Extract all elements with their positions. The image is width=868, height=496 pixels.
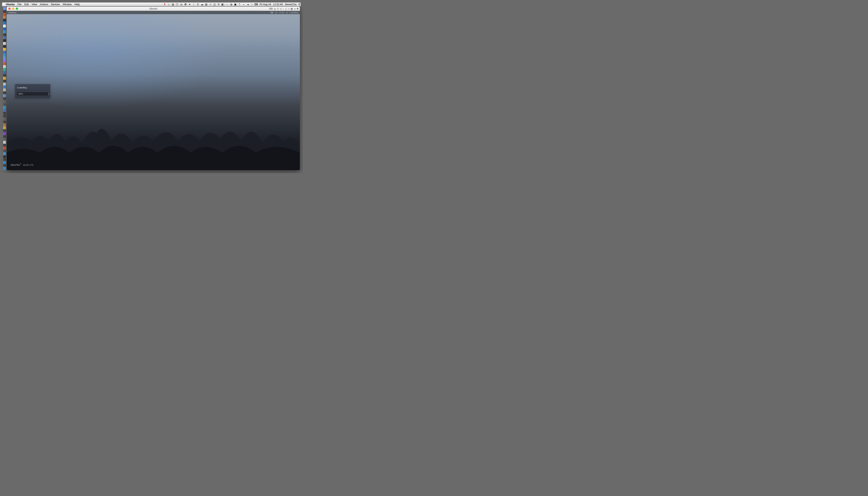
display-icon[interactable]: ⌑ [209, 3, 212, 6]
dock-app-17[interactable] [3, 57, 6, 59]
volume-indicator-icon[interactable]: 🔊 [275, 12, 277, 14]
signal-icon[interactable]: ⇡ [238, 3, 241, 6]
minimize-window-button[interactable] [12, 7, 14, 10]
dock-app-49[interactable] [3, 150, 6, 152]
monitor-icon[interactable]: ☐ [176, 3, 179, 6]
dock-app-43[interactable] [3, 132, 6, 135]
dock-app-48[interactable] [3, 147, 6, 150]
dropdown-icon[interactable]: ▾ [188, 3, 191, 6]
display-icon[interactable]: ⌑ [288, 7, 289, 10]
dock-app-28[interactable] [3, 89, 6, 91]
menubar-date[interactable]: Fri Aug 24 [260, 3, 271, 6]
cloud-icon[interactable]: ☁ [201, 3, 204, 6]
password-input[interactable] [17, 93, 48, 95]
dock-app-31[interactable] [3, 97, 6, 100]
ring-icon[interactable]: ◍ [230, 3, 233, 6]
ubuntu-session-user[interactable]: CoderBoy [289, 12, 299, 14]
dock-app-46[interactable] [3, 141, 6, 144]
menu-view[interactable]: View [32, 3, 37, 6]
globe-icon[interactable]: ☼ [167, 3, 170, 6]
battery-icon[interactable]: ▮▯ [222, 3, 224, 6]
chat-icon[interactable]: ▣ [234, 3, 237, 6]
menubar-user[interactable]: SevenCho [285, 3, 296, 6]
dock-app-2[interactable] [3, 13, 6, 16]
dock-app-52[interactable] [3, 158, 6, 161]
spotlight-icon[interactable]: ⚲ [217, 3, 220, 6]
gear-indicator-icon[interactable]: ⚙ [286, 12, 288, 14]
dock-app-25[interactable] [3, 80, 6, 82]
dock-app-41[interactable] [3, 126, 6, 129]
wifi-icon[interactable]: ⌔ [251, 3, 254, 6]
window-icon[interactable]: ◫ [213, 3, 216, 6]
dock-app-39[interactable] [3, 121, 6, 123]
dock-app-30[interactable] [3, 94, 6, 97]
login-submit-arrow-icon[interactable]: › [48, 92, 49, 95]
menu-file[interactable]: File [17, 3, 21, 6]
dock-app-36[interactable] [3, 112, 6, 115]
dock-app-9[interactable] [3, 33, 6, 36]
menu-actions[interactable]: Actions [40, 3, 48, 6]
menu-window[interactable]: Window [63, 3, 72, 6]
dock-app-14[interactable] [3, 48, 6, 51]
dock-app-40[interactable] [3, 123, 6, 126]
screenshot-icon[interactable]: ⎚ [280, 7, 282, 10]
dock-app-5[interactable] [3, 22, 6, 25]
keyboard-icon[interactable]: ⌨ [269, 7, 273, 10]
dock-app-6[interactable] [3, 25, 6, 28]
menubar-time[interactable]: 11:52:40 [273, 3, 283, 6]
dock-app-37[interactable] [3, 115, 6, 118]
dock-app-18[interactable] [3, 59, 6, 62]
dock-app-38[interactable] [3, 118, 6, 121]
dock-app-10[interactable] [3, 36, 6, 39]
menu-devices[interactable]: Devices [51, 3, 60, 6]
dock-app-29[interactable] [3, 91, 6, 94]
dots-icon[interactable]: ⋯ [226, 3, 228, 6]
dock-app-50[interactable] [3, 152, 6, 155]
menubar-app-name[interactable]: Ubuntu [6, 3, 15, 6]
dock-app-15[interactable] [3, 51, 6, 54]
dock-app-3[interactable] [3, 16, 6, 19]
volume-icon[interactable]: ◂ [246, 3, 249, 6]
camera-icon[interactable]: ◎ [180, 3, 183, 6]
safari-icon[interactable]: ✪ [184, 3, 187, 6]
dock-app-20[interactable] [3, 65, 6, 68]
dock-app-42[interactable] [3, 129, 6, 132]
dock-app-8[interactable] [3, 30, 6, 33]
folder-icon[interactable]: ▣ [290, 7, 293, 10]
dock-app-7[interactable] [3, 28, 6, 30]
dock-app-26[interactable] [3, 82, 6, 86]
back-icon[interactable]: ◂ [294, 7, 295, 10]
dock-app-35[interactable] [3, 109, 6, 112]
sound-icon[interactable]: ♪ [283, 7, 284, 10]
dock-app-13[interactable] [3, 45, 6, 48]
dock-app-55[interactable] [3, 167, 6, 170]
dock-app-33[interactable] [3, 103, 6, 106]
pause-icon[interactable]: Ⅱ [163, 3, 166, 6]
dock-app-22[interactable] [3, 71, 6, 74]
dock-app-27[interactable] [3, 86, 6, 89]
dock-app-47[interactable] [3, 144, 6, 147]
dock-app-16[interactable] [3, 54, 6, 57]
zoom-window-button[interactable] [16, 7, 18, 10]
usb-icon[interactable]: ψ [274, 7, 276, 10]
ubuntu-clock[interactable]: 11:52 [279, 12, 284, 14]
bluetooth-icon[interactable]: ⌁ [242, 3, 245, 6]
hamburger-icon[interactable]: ☰ [298, 3, 301, 6]
dock-app-11[interactable] [3, 39, 6, 42]
dock-app-44[interactable] [3, 135, 6, 138]
dock-app-23[interactable] [3, 74, 6, 77]
dock-app-0[interactable] [3, 7, 6, 10]
menu-help[interactable]: Help [75, 3, 80, 6]
input-icon[interactable]: ⌨ [255, 3, 258, 6]
keyboard-indicator-icon[interactable]: ⌨ [270, 12, 273, 14]
image-icon[interactable]: ▤ [172, 3, 175, 6]
dock-app-21[interactable] [3, 68, 6, 71]
dock-app-1[interactable] [3, 10, 6, 13]
dock-app-54[interactable] [3, 164, 6, 167]
dock-app-12[interactable] [3, 42, 6, 45]
sheet-icon[interactable]: ▥ [205, 3, 208, 6]
menu-edit[interactable]: Edit [24, 3, 29, 6]
dock-app-19[interactable] [3, 62, 6, 65]
pin-icon[interactable]: ⚲ [196, 3, 199, 6]
dock-app-24[interactable] [3, 77, 6, 80]
